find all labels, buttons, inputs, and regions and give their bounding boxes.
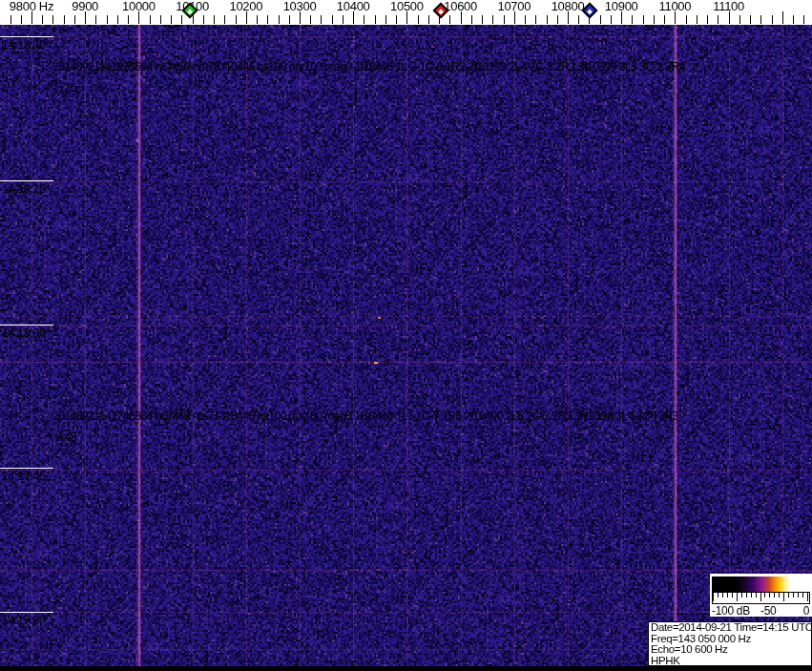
freq-tick-label: 10500 bbox=[390, 0, 424, 12]
echo-annotation-arrow-label: ^ t+48 bbox=[47, 430, 76, 444]
db-ruler-tick bbox=[798, 593, 799, 598]
time-tick-line bbox=[0, 325, 53, 325]
echo-annotation-text: 20140921141825604 hCnt50 nb-78 f10446 hi… bbox=[52, 60, 685, 73]
db-ruler-tick bbox=[732, 593, 733, 598]
time-tick-line bbox=[0, 468, 53, 469]
time-tick-line bbox=[0, 36, 53, 37]
freq-tick-label: 10000 bbox=[122, 0, 156, 12]
db-ruler-tick bbox=[793, 593, 794, 598]
time-tick-label: 14:18:00 bbox=[2, 326, 45, 340]
echo-annotation-text: 20140921141748804 hCnt49 nb-77 f10446 hi… bbox=[52, 409, 678, 423]
marker-center-dot bbox=[187, 10, 193, 15]
spectrogram-display: 9800 Hz990010000101001020010300104001050… bbox=[0, 0, 812, 671]
db-ruler-tick bbox=[713, 593, 714, 601]
db-ruler-tick bbox=[737, 593, 738, 601]
freq-tick-label: 9900 bbox=[72, 0, 98, 12]
db-ruler-tick bbox=[788, 593, 789, 598]
db-gradient-bar bbox=[712, 577, 810, 592]
freq-tick-label: 11100 bbox=[713, 0, 744, 12]
time-tick-label: 14:17:45 bbox=[2, 470, 45, 483]
frequency-axis: 9800 Hz990010000101001020010300104001050… bbox=[0, 0, 812, 25]
db-scale-ruler bbox=[712, 592, 810, 604]
echo-annotation-arrow-label: ^ t+25 bbox=[47, 81, 76, 94]
freq-tick-label: 10900 bbox=[605, 0, 638, 12]
edge-tick-mark: ` bbox=[1, 76, 6, 86]
db-ruler-tick bbox=[722, 593, 723, 598]
db-ruler-tick bbox=[718, 593, 718, 598]
db-ruler-tick bbox=[746, 593, 747, 598]
db-ruler-tick bbox=[783, 593, 784, 601]
db-ruler-tick bbox=[807, 593, 808, 601]
db-ruler-tick bbox=[727, 593, 728, 598]
freq-tick-label: 10300 bbox=[283, 0, 317, 12]
freq-tick-label: 10800 bbox=[552, 0, 585, 12]
db-ruler-tick bbox=[741, 593, 742, 598]
info-line-station: HPHK bbox=[651, 656, 811, 667]
time-tick-label: 14:17:30 bbox=[2, 614, 45, 627]
db-scale-label-mid: -50 bbox=[760, 604, 776, 618]
time-tick-line bbox=[0, 180, 53, 181]
db-ruler-tick bbox=[751, 593, 752, 598]
marker-center-dot bbox=[438, 10, 444, 15]
freq-tick-label: 10700 bbox=[497, 0, 531, 12]
db-ruler-tick bbox=[756, 593, 757, 598]
edge-tick-mark: ` bbox=[1, 399, 6, 409]
time-tick-label: 14:18:15 bbox=[2, 182, 45, 196]
freq-tick-label: 10600 bbox=[444, 0, 477, 12]
db-scale-label-max: 0 bbox=[803, 604, 809, 618]
spectrogram-canvas bbox=[0, 25, 812, 671]
edge-tick-mark: ` bbox=[1, 426, 6, 435]
freq-tick-label: 10400 bbox=[337, 0, 370, 12]
status-info-box: Date=2014-09-21 Time=14:15 UTC Freq=143 … bbox=[648, 621, 812, 666]
db-ruler-tick bbox=[760, 593, 761, 601]
info-line-echo: Echo=10 600 Hz bbox=[651, 644, 811, 656]
freq-tick-label: 11000 bbox=[659, 0, 692, 12]
freq-tick-label: 9800 Hz bbox=[10, 0, 53, 12]
db-ruler-tick bbox=[769, 593, 770, 598]
db-ruler-tick bbox=[774, 593, 775, 598]
info-line-date: Date=2014-09-21 Time=14:15 UTC bbox=[651, 622, 811, 634]
db-ruler-tick bbox=[764, 593, 765, 598]
db-color-scale: -100 dB -50 0 bbox=[710, 574, 812, 617]
db-ruler-tick bbox=[779, 593, 780, 598]
marker-center-dot bbox=[587, 10, 593, 15]
time-tick-label: 14:18:30 bbox=[2, 38, 45, 52]
edge-tick-mark: ` bbox=[1, 50, 6, 59]
time-tick-line bbox=[0, 612, 53, 613]
db-ruler-tick bbox=[802, 593, 803, 598]
db-scale-label-min: -100 dB bbox=[712, 604, 750, 618]
freq-tick-label: 10200 bbox=[229, 0, 262, 12]
